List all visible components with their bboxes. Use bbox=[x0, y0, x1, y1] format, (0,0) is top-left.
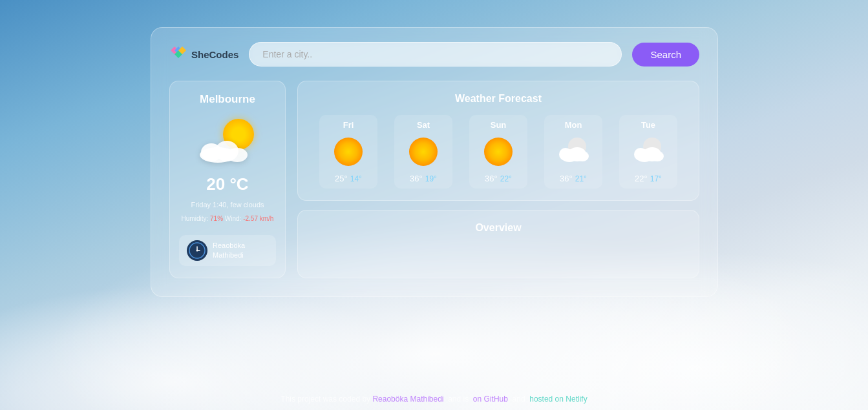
day-weather-icon bbox=[482, 135, 515, 169]
clock-icon bbox=[188, 241, 206, 260]
day-weather-icon bbox=[556, 135, 590, 169]
svg-point-7 bbox=[227, 148, 248, 162]
day-name: Tue bbox=[641, 120, 655, 130]
day-temps: 36°19° bbox=[410, 174, 437, 183]
user-avatar bbox=[187, 240, 207, 261]
logo-area: SheCodes bbox=[169, 45, 238, 63]
day-name: Sun bbox=[491, 120, 507, 130]
temperature-display: 20 °C bbox=[206, 174, 248, 194]
footer-author-link[interactable]: Reaoböka Mathibedi bbox=[372, 395, 443, 404]
main-card: SheCodes Search Melbourne 20 °C Friday 1… bbox=[151, 27, 718, 297]
current-weather-icon bbox=[198, 118, 257, 163]
day-temps: 25°14° bbox=[335, 174, 362, 183]
day-weather-icon bbox=[407, 135, 440, 169]
day-high-temp: 36° bbox=[560, 174, 573, 183]
wind-label: Wind: bbox=[225, 215, 242, 222]
forecast-day: Mon 36°21° bbox=[544, 115, 602, 189]
city-name: Melbourne bbox=[200, 93, 255, 106]
day-high-temp: 36° bbox=[485, 174, 498, 183]
search-input[interactable] bbox=[249, 42, 622, 67]
day-high-temp: 25° bbox=[335, 174, 348, 183]
wind-value: -2.57 km/h bbox=[243, 215, 273, 222]
forecast-card: Weather Forecast Fri 25°14°Sat bbox=[297, 81, 699, 201]
svg-point-11 bbox=[196, 250, 198, 252]
forecast-day: Fri 25°14° bbox=[319, 115, 377, 189]
day-low-temp: 17° bbox=[650, 174, 662, 183]
day-name: Mon bbox=[565, 120, 582, 130]
day-temps: 36°22° bbox=[485, 174, 512, 183]
humidity-label: Humidity: bbox=[182, 215, 209, 222]
svg-point-13 bbox=[409, 138, 438, 166]
day-temps: 22°17° bbox=[635, 174, 662, 183]
day-low-temp: 22° bbox=[500, 174, 512, 183]
footer: This project was coded by Reaoböka Mathi… bbox=[0, 395, 868, 404]
humidity-value: 71% bbox=[210, 215, 223, 222]
svg-point-14 bbox=[484, 138, 513, 166]
forecast-days-container: Fri 25°14°Sat bbox=[311, 115, 686, 189]
day-low-temp: 21° bbox=[575, 174, 587, 183]
overview-title: Overview bbox=[311, 222, 686, 234]
svg-point-19 bbox=[576, 151, 589, 161]
day-weather-icon bbox=[631, 135, 665, 169]
footer-github-link[interactable]: on GitHub bbox=[473, 395, 508, 404]
footer-netlify-link[interactable]: hosted on Netlify bbox=[529, 395, 587, 404]
day-name: Fri bbox=[343, 120, 354, 130]
day-temps: 36°21° bbox=[560, 174, 587, 183]
logo-text: SheCodes bbox=[191, 49, 238, 60]
header: SheCodes Search bbox=[169, 42, 699, 67]
search-button[interactable]: Search bbox=[632, 43, 699, 67]
forecast-title: Weather Forecast bbox=[311, 93, 686, 105]
date-description: Friday 1:40, few clouds bbox=[191, 201, 264, 209]
footer-text: This project was coded by bbox=[281, 395, 372, 404]
humidity-wind-info: Humidity: 71% Wind: -2.57 km/h bbox=[182, 215, 274, 222]
day-low-temp: 19° bbox=[425, 174, 437, 183]
overview-card: Overview bbox=[297, 210, 699, 278]
day-high-temp: 22° bbox=[635, 174, 648, 183]
right-panel: Weather Forecast Fri 25°14°Sat bbox=[297, 81, 699, 278]
user-name: Reaoböka Mathibedi bbox=[213, 241, 245, 261]
day-high-temp: 36° bbox=[410, 174, 423, 183]
current-weather-panel: Melbourne 20 °C Friday 1:40, few clouds … bbox=[169, 81, 286, 278]
forecast-day: Sun 36°22° bbox=[469, 115, 527, 189]
svg-point-24 bbox=[651, 151, 664, 161]
shecodes-logo-icon bbox=[169, 45, 187, 63]
svg-point-12 bbox=[334, 138, 363, 166]
content-area: Melbourne 20 °C Friday 1:40, few clouds … bbox=[169, 81, 699, 278]
forecast-day: Tue 22°17° bbox=[619, 115, 677, 189]
day-weather-icon bbox=[332, 135, 365, 169]
forecast-day: Sat 36°19° bbox=[394, 115, 452, 189]
day-name: Sat bbox=[417, 120, 430, 130]
day-low-temp: 14° bbox=[350, 174, 362, 183]
user-card: Reaoböka Mathibedi bbox=[179, 235, 276, 266]
